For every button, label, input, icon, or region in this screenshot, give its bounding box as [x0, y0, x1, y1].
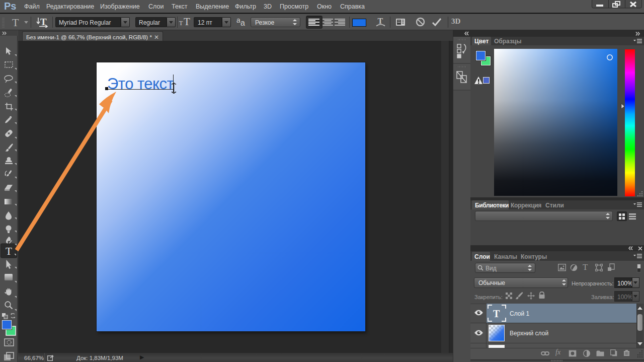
svg-text:T: T [493, 308, 500, 319]
svg-text:T: T [378, 17, 383, 25]
